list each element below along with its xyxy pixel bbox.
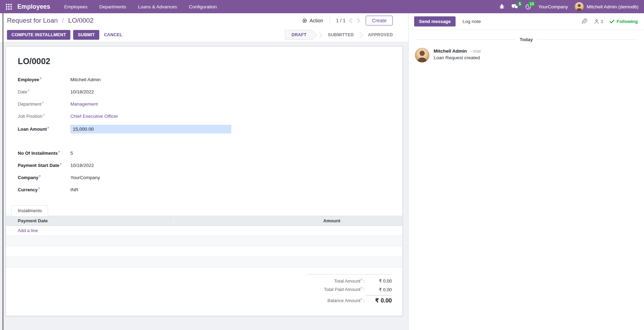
menu-departments[interactable]: Departments <box>99 4 126 9</box>
activities-count-badge: 13 <box>528 1 535 7</box>
pager-previous-icon[interactable] <box>349 18 352 23</box>
total-paid-amount-value: ₹ 0.00 <box>366 287 392 292</box>
field-label-payment-start-date: Payment Start Date? <box>18 162 70 168</box>
notebook: Installments Payment Date Amount Add a l… <box>6 205 402 267</box>
field-label-job-position: Job Position? <box>18 113 70 119</box>
add-a-line-link[interactable]: Add a line <box>6 226 402 236</box>
today-divider: Today <box>415 37 638 42</box>
apps-grid-icon[interactable] <box>4 2 13 11</box>
field-row-company: Company? YourCompany <box>18 174 390 181</box>
field-label-loan-amount: Loan Amount? <box>18 126 70 132</box>
help-marker: ? <box>42 101 44 105</box>
gear-icon <box>302 18 307 23</box>
pager-counter: 1 / 1 <box>336 18 346 23</box>
help-marker: ? <box>60 162 62 166</box>
top-navbar: Employees Employees Departments Loans & … <box>0 0 644 13</box>
attachment-paperclip-icon[interactable] <box>581 18 588 25</box>
main-column: Request for Loan / LO/0002 Action 1 / 1 <box>0 13 409 330</box>
action-label: Action <box>310 18 323 23</box>
field-label-company: Company? <box>18 175 70 180</box>
breadcrumb-parent[interactable]: Request for Loan <box>7 17 58 24</box>
help-marker: ? <box>360 286 362 290</box>
field-value-employee[interactable]: Mitchell Admin <box>70 77 101 82</box>
check-icon <box>610 20 614 24</box>
field-label-employee: Employee? <box>18 77 70 82</box>
help-marker: ? <box>39 77 41 80</box>
field-value-installments[interactable]: 5 <box>70 151 73 156</box>
breadcrumb-current: LO/0002 <box>68 17 94 24</box>
status-step-approved[interactable]: APPROVED <box>366 30 395 39</box>
column-header-amount[interactable]: Amount <box>174 216 340 225</box>
company-switcher[interactable]: YourCompany <box>538 4 568 9</box>
help-marker: ? <box>58 150 60 154</box>
status-chevron-icon <box>317 32 323 38</box>
grid-icon-glyph <box>6 4 12 10</box>
submit-button[interactable]: SUBMIT <box>73 30 99 40</box>
followers-button[interactable]: 1 <box>594 19 603 24</box>
field-value-currency[interactable]: INR <box>70 187 78 192</box>
help-marker: ? <box>47 126 49 130</box>
status-chevron-icon <box>357 32 363 38</box>
cancel-button[interactable]: CANCEL <box>99 30 127 40</box>
form-view-background: LO/0002 Employee? Mitchell Admin Date? 1… <box>0 42 408 330</box>
notebook-tabbar: Installments <box>6 205 402 216</box>
message-body: Loan Request created <box>434 55 481 60</box>
status-step-draft[interactable]: DRAFT <box>285 30 312 40</box>
field-label-department: Department? <box>18 101 70 107</box>
followers-count: 1 <box>601 19 603 24</box>
total-paid-amount-row: Total Paid Amount? : ₹ 0.00 <box>307 285 392 293</box>
field-value-job-position[interactable]: Chief Executive Officer <box>70 114 118 119</box>
help-marker: ? <box>39 175 41 178</box>
field-value-payment-start-date[interactable]: 10/18/2022 <box>70 163 94 168</box>
user-menu[interactable]: Mitchell Admin (demodb) <box>575 2 638 11</box>
field-value-company[interactable]: YourCompany <box>70 175 100 180</box>
menu-employees[interactable]: Employees <box>64 4 87 9</box>
pager-next-icon[interactable] <box>357 18 360 23</box>
column-header-payment-date[interactable]: Payment Date <box>6 216 174 225</box>
send-message-button[interactable]: Send message <box>414 16 456 26</box>
breadcrumb: Request for Loan / LO/0002 <box>7 17 94 24</box>
messages-count-badge: 5 <box>518 1 522 7</box>
form-sheet: LO/0002 Employee? Mitchell Admin Date? 1… <box>6 46 403 316</box>
tab-installments[interactable]: Installments <box>11 205 48 216</box>
menu-loans-advances[interactable]: Loans & Advances <box>138 4 177 9</box>
balance-amount-label: Balance Amount <box>327 298 360 304</box>
message-author[interactable]: Mitchell Admin <box>434 48 467 54</box>
help-marker: ? <box>38 187 40 190</box>
field-label-installments: No Of Installments? <box>18 150 70 156</box>
today-label: Today <box>520 37 533 42</box>
field-label-date: Date? <box>18 89 70 94</box>
loan-amount-input[interactable]: 15,000.00 <box>70 125 231 133</box>
main-menu: Employees Departments Loans & Advances C… <box>64 4 217 9</box>
menu-configuration[interactable]: Configuration <box>189 4 217 9</box>
status-step-submitted[interactable]: SUBMITTED <box>326 30 356 39</box>
balance-amount-value: ₹ 0.00 <box>366 295 392 304</box>
chatter-toolbar: Send message Log note 1 <box>409 13 644 30</box>
balance-amount-row: Balance Amount? : ₹ 0.00 <box>307 294 392 305</box>
field-row-date: Date? 10/18/2022 <box>18 88 390 95</box>
field-row-job-position: Job Position? Chief Executive Officer <box>18 113 390 120</box>
total-amount-label: Total Amount <box>334 278 360 284</box>
messages-icon[interactable]: 5 <box>512 4 518 10</box>
control-panel: Request for Loan / LO/0002 Action 1 / 1 <box>0 13 408 42</box>
compute-installment-button[interactable]: COMPUTE INSTALLMENT <box>7 30 70 40</box>
divider <box>329 16 330 25</box>
breadcrumb-separator: / <box>62 17 64 24</box>
action-menu-button[interactable]: Action <box>302 18 323 23</box>
field-value-date[interactable]: 10/18/2022 <box>70 89 94 94</box>
status-arrow-tip <box>308 30 317 40</box>
log-note-button[interactable]: Log note <box>463 19 481 24</box>
debug-bug-icon[interactable] <box>499 4 505 9</box>
installments-table-header: Payment Date Amount <box>6 216 402 226</box>
app-title[interactable]: Employees <box>17 3 50 10</box>
field-row-loan-amount: Loan Amount? 15,000.00 <box>18 125 390 133</box>
activities-clock-icon[interactable]: 13 <box>525 4 531 10</box>
followers-person-icon <box>594 19 599 24</box>
following-button[interactable]: Following <box>610 19 638 24</box>
user-name: Mitchell Admin (demodb) <box>587 4 638 9</box>
chatter-message[interactable]: Mitchell Admin - now Loan Request create… <box>409 48 644 62</box>
field-row-department: Department? Management <box>18 100 390 108</box>
create-button[interactable]: Create <box>366 16 393 25</box>
field-value-department[interactable]: Management <box>70 101 98 107</box>
field-label-currency: Currency? <box>18 187 70 192</box>
